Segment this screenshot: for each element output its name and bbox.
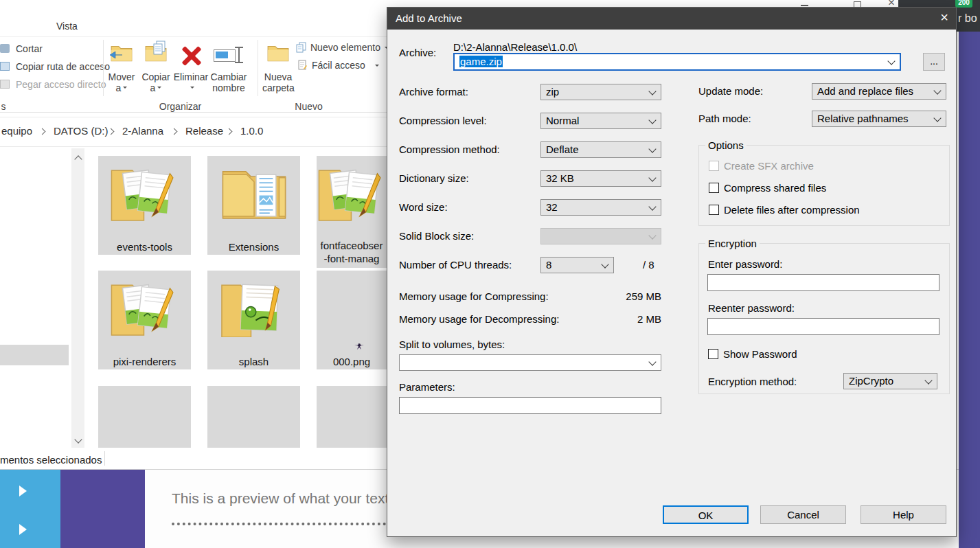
solid-block-size-label: Solid Block size: — [399, 230, 474, 242]
preview-text: This is a preview of what your text — [172, 490, 389, 507]
new-folder-button[interactable]: Nueva carpeta — [262, 41, 294, 96]
easy-access-button[interactable]: Fácil acceso — [297, 59, 380, 73]
cpu-threads-label: Number of CPU threads: — [399, 259, 512, 271]
cpu-threads-max: / 8 — [643, 259, 654, 271]
ok-button[interactable]: OK — [663, 505, 749, 524]
play-icon[interactable] — [19, 524, 32, 535]
group-label-clipboard: s — [0, 101, 7, 112]
compression-level-label: Compression level: — [399, 115, 487, 126]
compression-method-value: Deflate — [546, 144, 579, 155]
path-mode-combobox[interactable]: Relative pathnames — [812, 111, 946, 127]
compression-level-value: Normal — [546, 115, 579, 126]
file-tile-partial[interactable] — [207, 386, 300, 448]
encryption-method-combobox[interactable]: ZipCrypto — [843, 373, 937, 389]
background-text-fragment: r bo — [958, 12, 977, 25]
memory-decompress-value: 2 MB — [593, 313, 661, 325]
preview-dotted-line — [172, 523, 391, 525]
breadcrumb-item-2-alanna[interactable]: 2-Alanna — [122, 125, 163, 137]
breadcrumb-item-release[interactable]: Release — [185, 125, 223, 137]
rename-icon — [214, 47, 245, 65]
compress-shared-label: Compress shared files — [724, 182, 826, 194]
breadcrumb-item-equipo[interactable]: equipo — [1, 125, 32, 137]
path-mode-value: Relative pathnames — [817, 113, 909, 124]
statusbar-separator — [104, 451, 105, 466]
help-button[interactable]: Help — [861, 505, 946, 524]
delete-button[interactable]: Eliminar — [173, 41, 209, 96]
chevron-down-icon — [648, 145, 656, 152]
dictionary-size-label: Dictionary size: — [399, 172, 469, 184]
update-mode-combobox[interactable]: Add and replace files — [812, 83, 946, 100]
path-mode-label: Path mode: — [698, 113, 751, 124]
reenter-password-label: Reenter password: — [708, 302, 795, 314]
reenter-password-input[interactable] — [707, 318, 939, 335]
paste-shortcut-button[interactable]: Pegar acceso directo — [16, 79, 106, 90]
vertical-scrollbar[interactable] — [71, 148, 84, 448]
browse-button[interactable]: ... — [923, 53, 945, 71]
file-tile-fontfaceobserver[interactable]: fontfaceobser -font-manag — [317, 156, 387, 268]
split-volumes-combobox[interactable] — [399, 354, 661, 371]
delete-after-checkbox[interactable]: Delete files after compression — [709, 204, 860, 216]
close-icon[interactable]: × — [940, 10, 948, 25]
dictionary-size-combobox[interactable]: 32 KB — [540, 170, 661, 187]
breadcrumb-item-100[interactable]: 1.0.0 — [240, 125, 263, 137]
parameters-input[interactable] — [399, 397, 661, 414]
cut-button[interactable]: Cortar — [16, 43, 43, 54]
encryption-groupbox: Encryption Enter password: Reenter passw… — [698, 243, 950, 394]
word-size-combobox[interactable]: 32 — [540, 199, 661, 216]
folder-icon — [218, 277, 290, 337]
file-tile-partial[interactable] — [98, 386, 191, 448]
status-badge: 200 — [955, 0, 972, 8]
background-app-panel — [959, 32, 980, 548]
create-sfx-checkbox: Create SFX archive — [709, 160, 814, 172]
copy-path-button[interactable]: Copiar ruta de acceso — [16, 61, 110, 72]
delete-x-icon — [180, 44, 203, 67]
checkbox-icon — [709, 205, 719, 215]
tabbar-divider — [0, 36, 387, 37]
encryption-method-label: Encryption method: — [708, 376, 797, 387]
chevron-down-icon — [601, 260, 608, 268]
rename-button[interactable]: Cambiar nombre — [209, 41, 248, 96]
minimize-icon[interactable] — [801, 5, 808, 6]
encryption-method-value: ZipCrypto — [849, 375, 893, 387]
file-tile-partial[interactable] — [317, 386, 387, 448]
chevron-down-icon — [648, 116, 656, 124]
options-groupbox: Options Create SFX archive Compress shar… — [698, 145, 950, 226]
copy-pages-icon — [152, 41, 166, 56]
encryption-group-title: Encryption — [705, 238, 760, 249]
checkbox-icon — [709, 161, 719, 171]
chevron-down-icon[interactable] — [887, 57, 895, 65]
cpu-threads-combobox[interactable]: 8 — [540, 257, 614, 273]
compression-level-combobox[interactable]: Normal — [540, 113, 661, 129]
file-tile-events-tools[interactable]: events-tools — [98, 156, 191, 255]
compress-shared-checkbox[interactable]: Compress shared files — [709, 182, 826, 194]
update-mode-label: Update mode: — [698, 85, 763, 97]
folder-icon — [317, 162, 387, 222]
move-to-button[interactable]: Mover a — [107, 41, 136, 96]
file-tile-000-png[interactable]: 000.png — [317, 271, 387, 369]
dialog-titlebar[interactable]: Add to Archive × — [387, 8, 956, 30]
chevron-down-icon — [933, 114, 941, 122]
new-item-button[interactable]: Nuevo elemento — [296, 41, 387, 55]
enter-password-input[interactable] — [707, 274, 939, 291]
enter-password-label: Enter password: — [708, 258, 782, 270]
chevron-down-icon — [648, 231, 656, 239]
show-password-checkbox[interactable]: Show Password — [708, 348, 797, 360]
copy-to-button[interactable]: Copiar a — [141, 41, 170, 96]
file-tile-extensions[interactable]: Extensions — [207, 156, 300, 255]
chevron-down-icon — [648, 358, 656, 365]
group-label-new: Nuevo — [290, 101, 328, 112]
show-password-label: Show Password — [723, 348, 797, 360]
compression-method-combobox[interactable]: Deflate — [540, 141, 661, 158]
archive-format-combobox[interactable]: zip — [540, 84, 661, 100]
file-tile-splash[interactable]: splash — [207, 271, 300, 369]
chevron-down-icon — [648, 87, 656, 95]
play-icon[interactable] — [19, 486, 32, 496]
file-tile-pixi-renderers[interactable]: pixi-renderers — [98, 271, 191, 369]
tab-vista[interactable]: Vista — [56, 21, 78, 32]
cancel-button[interactable]: Cancel — [760, 505, 846, 524]
breadcrumb-item-datos[interactable]: DATOS (D:) — [54, 125, 108, 137]
archive-name-combobox[interactable]: game.zip — [453, 53, 901, 71]
status-selected-count: mentos seleccionados — [0, 454, 102, 466]
archive-format-label: Archive format: — [399, 86, 468, 98]
memory-compress-label: Memory usage for Compressing: — [399, 290, 549, 302]
